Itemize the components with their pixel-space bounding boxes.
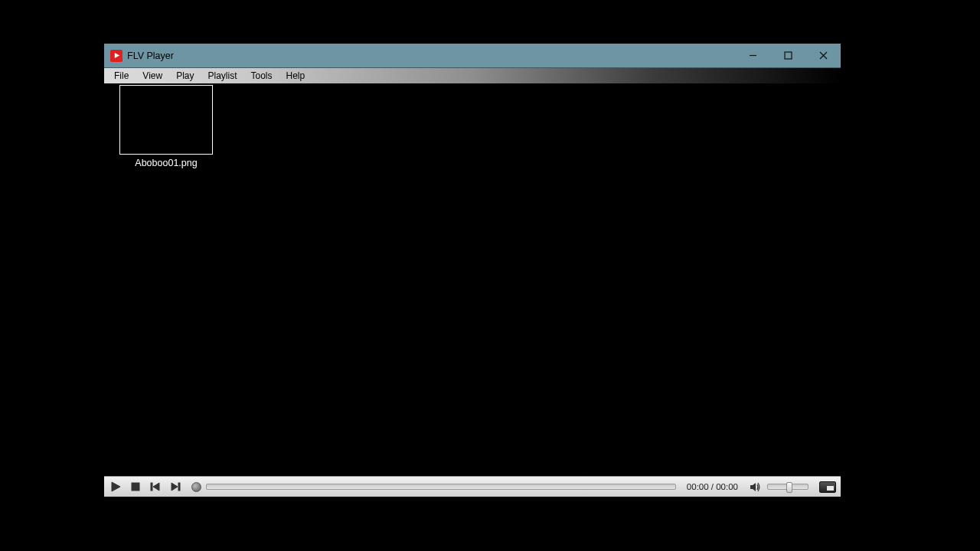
menu-help[interactable]: Help xyxy=(279,68,312,84)
close-button[interactable] xyxy=(805,44,841,67)
svg-rect-10 xyxy=(178,483,180,491)
seek-slider[interactable] xyxy=(206,484,676,490)
svg-marker-0 xyxy=(114,53,119,58)
stop-button[interactable] xyxy=(129,480,142,494)
playlist-thumbnail-item[interactable]: Aboboo01.png xyxy=(119,85,213,168)
fullscreen-button[interactable] xyxy=(819,481,836,493)
play-button[interactable] xyxy=(109,480,122,494)
next-button[interactable] xyxy=(168,480,182,494)
menu-tools[interactable]: Tools xyxy=(244,68,279,84)
menu-playlist[interactable]: Playlist xyxy=(201,68,243,84)
app-window: FLV Player File View Play Playlist Tools… xyxy=(104,44,841,497)
volume-slider-thumb[interactable] xyxy=(786,482,792,493)
volume-icon[interactable] xyxy=(749,481,761,493)
svg-marker-9 xyxy=(172,483,178,491)
thumbnail-filename: Aboboo01.png xyxy=(119,158,213,168)
time-display: 00:00 / 00:00 xyxy=(687,482,738,491)
progress-area xyxy=(191,482,676,492)
app-icon xyxy=(110,50,122,62)
record-indicator-icon[interactable] xyxy=(191,482,201,492)
svg-marker-5 xyxy=(112,482,120,491)
svg-rect-6 xyxy=(132,483,139,491)
menu-view[interactable]: View xyxy=(136,68,169,84)
thumbnail-image xyxy=(119,85,213,155)
previous-button[interactable] xyxy=(149,480,162,494)
svg-marker-8 xyxy=(153,483,159,491)
maximize-button[interactable] xyxy=(770,44,805,67)
menu-file[interactable]: File xyxy=(107,68,136,84)
svg-rect-2 xyxy=(785,52,792,59)
menubar: File View Play Playlist Tools Help xyxy=(104,67,841,83)
svg-marker-11 xyxy=(750,483,756,491)
titlebar[interactable]: FLV Player xyxy=(104,44,841,67)
minimize-button[interactable] xyxy=(735,44,770,67)
svg-rect-7 xyxy=(151,483,152,491)
content-area[interactable]: Aboboo01.png xyxy=(104,83,841,476)
menu-play[interactable]: Play xyxy=(169,68,201,84)
control-bar: 00:00 / 00:00 xyxy=(104,476,841,497)
volume-slider[interactable] xyxy=(767,484,808,490)
window-title: FLV Player xyxy=(127,51,174,61)
